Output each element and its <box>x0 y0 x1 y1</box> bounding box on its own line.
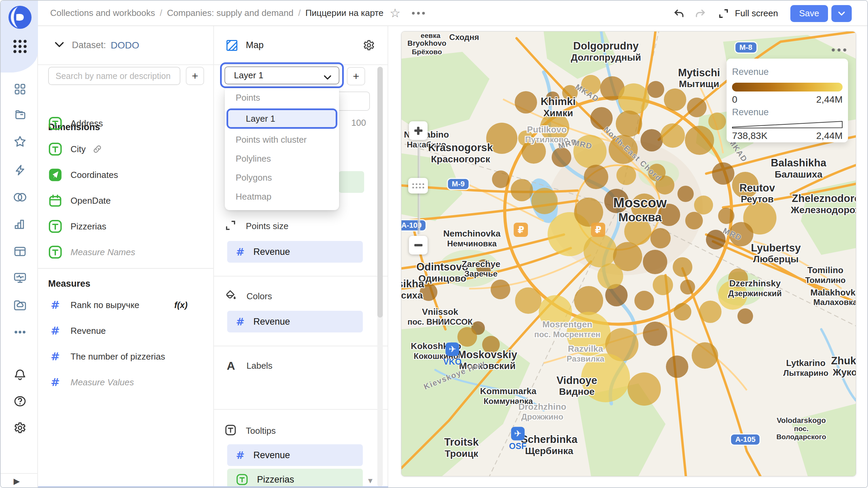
field-item[interactable]: Address <box>38 110 213 136</box>
visualization-type-label[interactable]: Map <box>246 40 264 50</box>
quick-actions-bolt-icon[interactable] <box>13 163 27 178</box>
field-item[interactable]: Pizzerias <box>38 214 213 239</box>
map-point-bubble[interactable] <box>531 188 558 214</box>
map-point-bubble[interactable] <box>511 179 533 201</box>
field-item[interactable]: #Rank по выручкеf(x) <box>38 292 213 318</box>
zoom-in-button[interactable] <box>409 121 428 140</box>
map-point-bubble[interactable] <box>643 322 667 346</box>
layer-option-selected[interactable]: Layer 1 <box>228 110 336 127</box>
map-point-bubble[interactable] <box>647 81 664 98</box>
map-point-bubble[interactable] <box>492 170 510 188</box>
map-point-bubble[interactable] <box>491 280 510 299</box>
geopoints-green-chip-partial[interactable] <box>339 171 364 193</box>
map-point-bubble[interactable] <box>574 286 603 315</box>
map-point-bubble[interactable] <box>674 303 691 321</box>
field-item[interactable]: City <box>38 136 213 162</box>
map-point-bubble[interactable] <box>616 110 642 137</box>
field-chip[interactable]: #Revenue <box>227 444 363 466</box>
field-item[interactable]: #Measure Values <box>38 369 213 395</box>
map-point-bubble[interactable] <box>618 83 649 115</box>
field-item[interactable]: Coordinates <box>38 162 213 188</box>
fullscreen-icon[interactable] <box>718 8 729 19</box>
redo-button[interactable] <box>694 8 706 19</box>
map-point-bubble[interactable] <box>708 113 726 130</box>
map-point-bubble[interactable] <box>616 165 636 185</box>
breadcrumb-collections[interactable]: Collections and workbooks <box>50 8 155 18</box>
map-point-bubble[interactable] <box>515 91 537 114</box>
map-point-bubble[interactable] <box>666 355 688 378</box>
add-layer-button[interactable]: + <box>347 67 365 85</box>
layer-select[interactable]: Layer 1 <box>224 66 339 84</box>
map-point-bubble[interactable] <box>685 212 703 229</box>
map-point-bubble[interactable] <box>660 123 685 148</box>
zoom-slider-handle[interactable] <box>408 178 428 194</box>
dataset-name[interactable]: DODO <box>111 40 139 51</box>
settings-gear-icon[interactable] <box>13 421 27 435</box>
field-item[interactable]: #The number of pizzerias <box>38 344 213 369</box>
search-input[interactable] <box>48 67 180 85</box>
map-point-bubble[interactable] <box>692 342 718 369</box>
map-point-bubble[interactable] <box>718 208 734 224</box>
layer-option[interactable]: Heatmap <box>225 187 339 206</box>
scrollbar-thumb[interactable] <box>377 67 383 318</box>
map-visualization-icon[interactable] <box>225 39 238 52</box>
field-chip[interactable]: #Revenue <box>227 241 363 263</box>
field-chip[interactable]: #Revenue <box>227 311 363 332</box>
map-point-bubble[interactable] <box>677 186 694 202</box>
zoom-out-button[interactable] <box>409 236 428 255</box>
layer-opacity-value[interactable]: 100 <box>351 118 366 128</box>
map-point-bubble[interactable] <box>574 198 603 227</box>
chart-settings-gear-icon[interactable] <box>362 39 375 53</box>
field-item[interactable]: Measure Names <box>38 239 213 265</box>
horizontal-scrollbar[interactable] <box>38 486 388 488</box>
favorites-star-icon[interactable] <box>13 134 27 149</box>
datasets-table-icon[interactable] <box>13 244 27 259</box>
apps-grid-icon[interactable] <box>14 40 27 53</box>
fullscreen-label[interactable]: Full screen <box>735 8 778 19</box>
dataset-header[interactable]: Dataset: DODO <box>38 26 213 65</box>
save-options-chevron-icon[interactable] <box>831 5 852 22</box>
favorite-star-icon[interactable]: ☆ <box>390 7 400 19</box>
map-point-bubble[interactable] <box>673 257 692 277</box>
field-item[interactable]: #Revenue <box>38 318 213 344</box>
layer-option[interactable]: Polygons <box>225 168 339 187</box>
map-point-bubble[interactable] <box>552 147 571 167</box>
map-point-bubble[interactable] <box>694 196 713 215</box>
map-point-bubble[interactable] <box>628 372 661 406</box>
map-point-bubble[interactable] <box>687 98 707 117</box>
layer-option[interactable]: Points with cluster <box>225 130 339 149</box>
map-canvas[interactable]: ₽₽еевкаBryokhovoБрёховоСходняDolgoprudny… <box>401 31 856 476</box>
more-dots-icon[interactable] <box>13 325 27 340</box>
workbooks-icon[interactable] <box>13 82 27 97</box>
field-item[interactable]: OpenDate <box>38 188 213 214</box>
layer-option[interactable]: Points <box>225 88 339 107</box>
datalens-logo-icon[interactable] <box>7 5 33 30</box>
map-point-bubble[interactable] <box>650 228 671 248</box>
layer-option[interactable]: Polylines <box>225 149 339 168</box>
map-point-bubble[interactable] <box>664 88 686 111</box>
collapse-chevron-icon[interactable] <box>54 41 64 49</box>
breadcrumb-workbook[interactable]: Companies: supply and demand <box>167 8 294 18</box>
expand-panel-icon[interactable]: ▶ <box>14 476 20 486</box>
map-point-bubble[interactable] <box>680 280 695 294</box>
map-point-bubble[interactable] <box>584 234 617 267</box>
field-chip[interactable]: Pizzerias <box>227 469 363 488</box>
map-point-bubble[interactable] <box>685 126 714 155</box>
save-button[interactable]: Save <box>790 5 828 22</box>
map-point-bubble[interactable] <box>737 308 753 324</box>
map-point-bubble[interactable] <box>712 162 734 185</box>
map-point-bubble[interactable] <box>584 165 608 189</box>
map-point-bubble[interactable] <box>634 291 654 310</box>
connections-icon[interactable] <box>13 190 27 205</box>
storage-folder-icon[interactable] <box>13 298 27 312</box>
map-menu-dots-icon[interactable] <box>832 48 846 52</box>
map-point-bubble[interactable] <box>597 263 623 289</box>
collections-icon[interactable] <box>13 108 27 123</box>
monitoring-icon[interactable] <box>13 270 27 285</box>
map-point-bubble[interactable] <box>653 275 673 295</box>
map-point-bubble[interactable] <box>640 129 663 151</box>
scroll-more-chevron-icon[interactable]: ▼ <box>367 476 374 485</box>
notifications-bell-icon[interactable] <box>13 367 27 382</box>
undo-button[interactable] <box>673 8 685 19</box>
more-actions-icon[interactable] <box>412 12 425 15</box>
